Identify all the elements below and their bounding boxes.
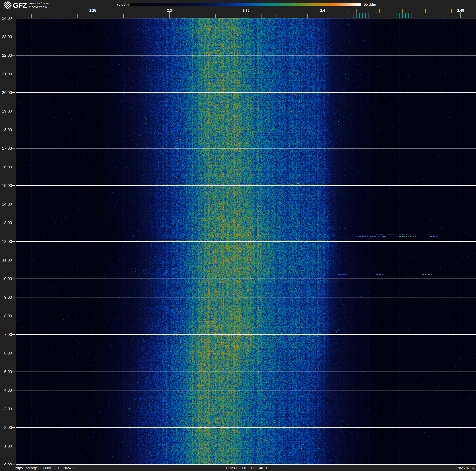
time-tick [12, 92, 15, 93]
ble-channel-tick [347, 13, 347, 18]
freq-minor-tick [31, 14, 32, 18]
time-tick [12, 55, 15, 55]
freq-minor-tick [307, 14, 307, 18]
time-tick [12, 279, 15, 279]
wifi-channel-tick [356, 9, 357, 13]
freq-minor-tick [154, 14, 154, 18]
ble-channel-tick [418, 13, 418, 18]
org-line-2: for Geosciences [28, 5, 47, 8]
wifi-channel-tick [451, 9, 452, 13]
freq-major-tick [93, 12, 93, 18]
wifi-channel-tick [387, 9, 387, 13]
freq-major-tick [460, 12, 461, 18]
time-tick [12, 297, 15, 297]
time-tick-label: 8:00 [0, 314, 12, 318]
ble-channel-tick [411, 13, 412, 18]
wifi-channel-tick [410, 9, 410, 13]
time-tick [12, 74, 15, 74]
ble-channel-tick [390, 13, 390, 18]
filename-text: 1_2200_2500_10000_40_0 [16, 465, 476, 471]
wifi-channel-tick [433, 9, 433, 13]
freq-minor-tick [215, 14, 216, 18]
time-tick-label: 9:00 [0, 295, 12, 299]
ble-channel-tick [442, 13, 442, 18]
ble-channel-tick [359, 13, 360, 18]
freq-minor-tick [47, 14, 47, 18]
time-tick-label: 12:00 [0, 239, 12, 244]
time-tick-label: 19:00 [0, 109, 12, 113]
time-tick-label: 15:00 [0, 183, 12, 188]
time-tick [12, 465, 15, 465]
time-tick-label: 1:00 [0, 444, 12, 448]
wifi-channel-tick [341, 9, 341, 13]
spectrogram-plot [16, 18, 476, 465]
ble-channel-tick [350, 13, 350, 18]
time-tick-label: 16:00 [0, 165, 12, 169]
colorbar-gradient [131, 3, 361, 6]
time-tick-label: 7:00 [0, 332, 12, 337]
time-tick [12, 111, 15, 111]
time-tick-label: 23:00 [0, 35, 12, 39]
header-bar: GFZ Helmholtz Centre for Geosciences -75… [0, 0, 476, 18]
freq-minor-tick [139, 14, 139, 18]
time-tick-label: 20:00 [0, 91, 12, 95]
wifi-channel-tick [395, 9, 395, 13]
time-tick [12, 446, 15, 446]
freq-minor-tick [276, 14, 277, 18]
time-tick [12, 353, 15, 353]
ble-channel-tick [372, 13, 372, 18]
ble-channel-tick [326, 13, 326, 18]
ble-channel-tick [381, 13, 381, 18]
ble-channel-tick [393, 13, 393, 18]
time-tick [12, 334, 15, 335]
ble-channel-tick [424, 13, 424, 18]
ble-channel-tick [402, 13, 403, 18]
time-tick-label: 3:00 [0, 407, 12, 411]
time-tick [12, 185, 15, 186]
wifi-channel-tick [402, 9, 403, 13]
time-tick [12, 148, 15, 148]
time-tick [12, 409, 15, 409]
time-tick [12, 260, 15, 260]
wifi-channel-tick [418, 9, 418, 13]
footer-bar: https://doi.org/10.5880/GFZ.1.2.2024.003… [0, 465, 476, 471]
freq-minor-tick [185, 14, 185, 18]
time-tick-label: 24:00 [0, 16, 12, 20]
freq-minor-tick [62, 14, 62, 18]
time-tick-label: 18:00 [0, 127, 12, 132]
time-tick-label: 17:00 [0, 146, 12, 150]
time-tick [12, 241, 15, 242]
ble-channel-tick [427, 13, 427, 18]
gfz-logo: GFZ Helmholtz Centre for Geosciences [4, 1, 49, 9]
ble-channel-tick [430, 13, 430, 18]
ble-channel-tick [384, 13, 384, 18]
time-tick-label: 11:00 [0, 258, 12, 262]
ble-channel-tick [415, 13, 415, 18]
ble-channel-tick [408, 13, 409, 18]
time-tick-label: 2:00 [0, 425, 12, 430]
time-tick [12, 129, 15, 130]
wifi-channel-tick [349, 9, 349, 13]
time-tick [12, 167, 15, 167]
ble-channel-tick [332, 13, 332, 18]
freq-major-tick [323, 12, 323, 18]
freq-minor-tick [108, 14, 108, 18]
ble-channel-tick [387, 13, 387, 18]
time-tick-label: 6:00 [0, 351, 12, 355]
time-tick [12, 18, 15, 18]
wifi-channel-tick [372, 9, 372, 13]
time-tick [12, 427, 15, 428]
ble-channel-tick [405, 13, 406, 18]
ble-channel-tick [399, 13, 400, 18]
date-text: 2026-02-07 [428, 465, 475, 471]
ble-channel-tick [436, 13, 436, 18]
freq-minor-tick [292, 14, 292, 18]
ble-channel-tick [344, 13, 344, 18]
wifi-channel-tick [379, 9, 380, 13]
brand-text: GFZ [13, 1, 27, 10]
ble-channel-tick [445, 13, 445, 18]
ble-channel-tick [338, 13, 338, 18]
time-tick [12, 223, 15, 223]
org-line-1: Helmholtz Centre [28, 2, 49, 5]
time-tick-label: 10:00 [0, 276, 12, 281]
